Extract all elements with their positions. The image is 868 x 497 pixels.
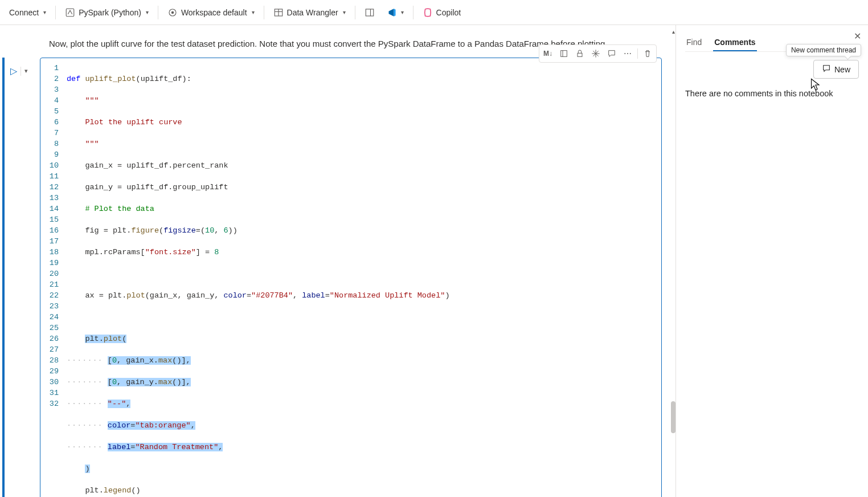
notebook-area: ▴ Now, plot the uplift curve for the tes… [0, 25, 675, 497]
convert-markdown-button[interactable]: M↓ [541, 46, 555, 61]
divider [637, 48, 638, 59]
language-label: PySpark (Python) [79, 8, 141, 17]
move-cell-button[interactable] [556, 46, 571, 61]
freeze-button[interactable] [588, 46, 603, 61]
code-content[interactable]: def uplift_plot(uplift_df): """ Plot the… [67, 62, 661, 497]
new-comment-button[interactable]: New [813, 60, 859, 79]
data-wrangler-button[interactable]: Data Wrangler ▾ [269, 5, 350, 20]
tab-find[interactable]: Find [685, 34, 703, 51]
svg-rect-9 [578, 53, 582, 56]
environment-button[interactable]: Workspace default ▾ [163, 5, 259, 20]
main-content: ▴ Now, plot the uplift curve for the tes… [0, 25, 868, 497]
more-button[interactable]: ⋯ [620, 46, 635, 61]
svg-rect-6 [366, 9, 374, 16]
chevron-down-icon: ▾ [252, 9, 255, 15]
svg-point-2 [171, 11, 174, 14]
run-dropdown-button[interactable]: ▾ [24, 67, 28, 75]
new-comment-tooltip: New comment thread [786, 44, 861, 56]
environment-label: Workspace default [181, 8, 247, 17]
pyspark-icon [65, 7, 75, 18]
divider [21, 67, 21, 76]
connect-button[interactable]: Connect ▾ [5, 6, 51, 19]
toolbar-separator [55, 6, 56, 19]
code-editor[interactable]: 1234567891011121314151617181920212223242… [40, 58, 661, 497]
tab-comments[interactable]: Comments [713, 34, 756, 51]
chevron-down-icon: ▾ [343, 9, 346, 15]
toolbar-separator [413, 6, 413, 19]
copilot-icon [423, 7, 433, 18]
cell-body[interactable]: M↓ ⋯ 12345678910111213141516171819202122… [40, 58, 662, 497]
scrollbar-track[interactable] [669, 25, 675, 497]
copilot-button[interactable]: Copilot [418, 5, 466, 20]
connect-label: Connect [9, 8, 39, 17]
layout-button[interactable] [360, 5, 379, 20]
close-panel-button[interactable]: ✕ [854, 31, 861, 42]
toolbar-separator [355, 6, 355, 19]
copilot-label: Copilot [436, 8, 461, 17]
env-icon [167, 7, 178, 18]
no-comments-message: There are no comments in this notebook [685, 89, 859, 98]
comments-panel: ✕ Find Comments New comment thread New T… [675, 25, 868, 497]
toolbar-separator [158, 6, 158, 19]
new-comment-row: New comment thread New [685, 60, 859, 79]
new-label: New [834, 65, 850, 74]
panel-icon [365, 7, 375, 18]
comment-icon [822, 64, 831, 75]
delete-cell-button[interactable] [640, 46, 655, 61]
chevron-down-icon: ▾ [146, 9, 149, 15]
wrangler-label: Data Wrangler [287, 8, 338, 17]
cell-toolbar: M↓ ⋯ [539, 44, 657, 63]
table-icon [273, 7, 284, 18]
language-button[interactable]: PySpark (Python) ▾ [60, 5, 153, 20]
line-gutter: 1234567891011121314151617181920212223242… [40, 62, 67, 497]
toolbar-separator [264, 6, 264, 19]
markdown-text: Now, plot the uplift curve for the test … [49, 39, 608, 48]
svg-rect-8 [561, 51, 567, 57]
run-controls: ▷ ▾ [8, 58, 40, 76]
vscode-button[interactable]: ▾ [382, 5, 408, 20]
vscode-icon [386, 7, 396, 18]
lock-button[interactable] [572, 46, 587, 61]
chevron-down-icon: ▾ [43, 9, 46, 15]
chevron-down-icon: ▾ [401, 9, 404, 15]
run-cell-button[interactable]: ▷ [10, 66, 17, 76]
top-toolbar: Connect ▾ PySpark (Python) ▾ Workspace d… [0, 0, 868, 25]
code-cell: ▷ ▾ M↓ ⋯ 123456789101112131415161 [2, 58, 668, 497]
cell-active-indicator [2, 58, 5, 497]
comment-button[interactable] [604, 46, 619, 61]
scrollbar-thumb[interactable] [671, 401, 675, 433]
